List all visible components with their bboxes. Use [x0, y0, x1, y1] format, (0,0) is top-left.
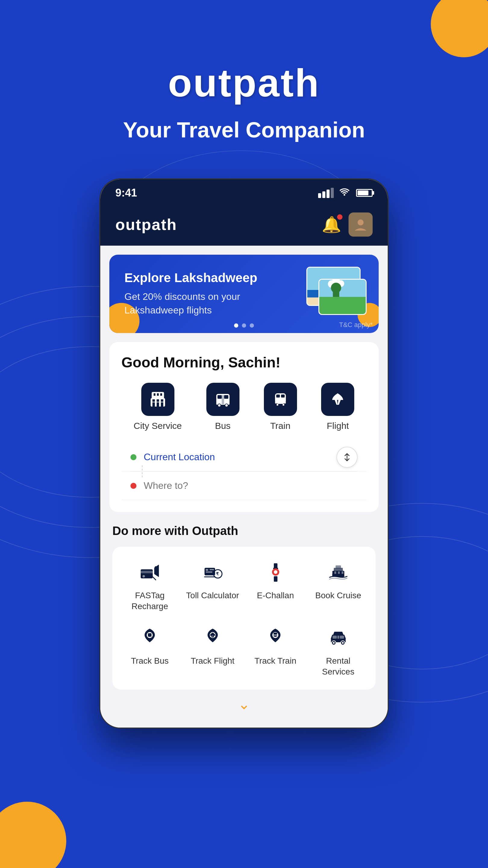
tagline: Your Travel Companion	[0, 118, 488, 142]
header-right-controls: 🔔	[322, 213, 372, 237]
svg-rect-24	[157, 393, 159, 396]
greeting-text: Good Morning, Sachin!	[121, 354, 367, 371]
svg-rect-18	[161, 399, 163, 402]
svg-rect-73	[275, 634, 277, 636]
rental-icon	[325, 624, 352, 651]
tracktrain-item[interactable]: Track Train	[247, 624, 304, 678]
signal-bars	[318, 188, 334, 198]
current-location-row[interactable]: Current Location	[121, 443, 367, 471]
svg-rect-16	[153, 399, 155, 402]
destination-input[interactable]	[144, 480, 358, 491]
phone-wrapper: 9:41 outpath	[0, 179, 488, 728]
toll-item[interactable]: ₹ Toll Calculator	[184, 559, 241, 612]
banner-text: Explore Lakshadweep Get 20% discounts on…	[124, 271, 282, 317]
rental-item[interactable]: Rental Services	[310, 624, 367, 678]
svg-rect-83	[331, 639, 346, 640]
svg-rect-47	[210, 569, 214, 570]
svg-rect-40	[141, 569, 153, 578]
svg-rect-25	[160, 393, 162, 396]
service-flight[interactable]: Flight	[321, 383, 354, 431]
banner-dot-2	[242, 323, 246, 328]
banner-subtitle: Get 20% discounts on your Lakshadweep fl…	[124, 290, 282, 317]
service-train[interactable]: Train	[264, 383, 297, 431]
svg-rect-77	[340, 636, 344, 639]
svg-rect-42	[155, 566, 158, 568]
svg-point-44	[142, 575, 145, 578]
city-service-icon	[141, 383, 174, 416]
svg-rect-60	[331, 571, 332, 574]
signal-bar-4	[331, 188, 334, 198]
svg-point-82	[342, 642, 344, 644]
tc-text: T&C apply*	[339, 321, 372, 329]
do-more-title: Do more with Outpath	[112, 524, 376, 538]
swap-button[interactable]	[336, 447, 358, 468]
svg-rect-72	[273, 634, 275, 636]
status-bar: 9:41	[100, 179, 388, 205]
logo-text: outpath	[168, 61, 320, 105]
header-area: outpath Your Travel Companion	[0, 0, 488, 142]
promo-banner[interactable]: Explore Lakshadweep Get 20% discounts on…	[109, 255, 379, 333]
do-more-section: Do more with Outpath	[109, 524, 379, 689]
flight-icon	[321, 383, 354, 416]
svg-rect-46	[206, 569, 208, 571]
svg-rect-62	[338, 571, 340, 574]
svg-line-43	[153, 577, 156, 580]
trackflight-item[interactable]: Track Flight	[184, 624, 241, 678]
current-location-text: Current Location	[144, 452, 215, 463]
tracktrain-icon	[262, 624, 289, 651]
svg-point-75	[276, 636, 277, 637]
fastag-icon	[136, 559, 163, 586]
svg-rect-21	[161, 402, 163, 407]
flight-label: Flight	[327, 421, 349, 431]
rental-label: Rental Services	[310, 655, 367, 678]
svg-point-55	[274, 570, 278, 574]
signal-bar-2	[322, 191, 325, 198]
svg-rect-35	[281, 395, 285, 398]
bus-label: Bus	[215, 421, 231, 431]
svg-point-80	[333, 642, 335, 644]
time-display: 9:41	[116, 187, 137, 199]
svg-rect-28	[224, 395, 228, 399]
cruise-item[interactable]: Book Cruise	[310, 559, 367, 612]
avatar[interactable]	[349, 213, 372, 237]
signal-bar-3	[327, 190, 330, 198]
destination-row[interactable]	[121, 472, 367, 500]
service-city[interactable]: City Service	[133, 383, 182, 431]
status-right	[318, 187, 372, 199]
banner-title: Explore Lakshadweep	[124, 271, 282, 285]
main-logo: outpath	[168, 60, 320, 105]
bus-icon	[206, 383, 239, 416]
svg-rect-19	[153, 402, 155, 407]
location-section: Current Location	[121, 443, 367, 500]
destination-dot	[130, 483, 136, 489]
svg-text:₹: ₹	[216, 571, 219, 576]
svg-point-31	[225, 404, 228, 407]
echallan-label: E-Challan	[257, 590, 294, 601]
toll-icon: ₹	[199, 559, 226, 586]
wifi-icon	[340, 187, 350, 199]
svg-rect-41	[141, 571, 153, 573]
svg-point-37	[276, 404, 279, 406]
do-more-card: FASTag Recharge	[112, 547, 376, 689]
echallan-item[interactable]: E-Challan	[247, 559, 304, 612]
svg-point-68	[150, 637, 152, 638]
signal-bar-1	[318, 193, 321, 198]
notification-bell[interactable]: 🔔	[322, 216, 341, 234]
bottom-chevron[interactable]: ⌄	[109, 689, 379, 718]
svg-point-8	[358, 219, 364, 225]
svg-point-67	[148, 637, 149, 638]
fastag-label: FASTag Recharge	[121, 590, 178, 612]
battery-fill	[358, 190, 368, 195]
chevron-down-icon: ⌄	[238, 695, 250, 712]
cruise-label: Book Cruise	[315, 590, 361, 601]
app-logo: outpath	[116, 216, 177, 234]
trackbus-item[interactable]: Track Bus	[121, 624, 178, 678]
train-label: Train	[270, 421, 290, 431]
banner-dot-3	[250, 323, 254, 328]
service-bus[interactable]: Bus	[206, 383, 239, 431]
battery-icon	[356, 189, 372, 197]
fastag-item[interactable]: FASTag Recharge	[121, 559, 178, 612]
svg-point-38	[282, 404, 285, 406]
toll-label: Toll Calculator	[186, 590, 239, 601]
svg-rect-23	[154, 393, 156, 396]
